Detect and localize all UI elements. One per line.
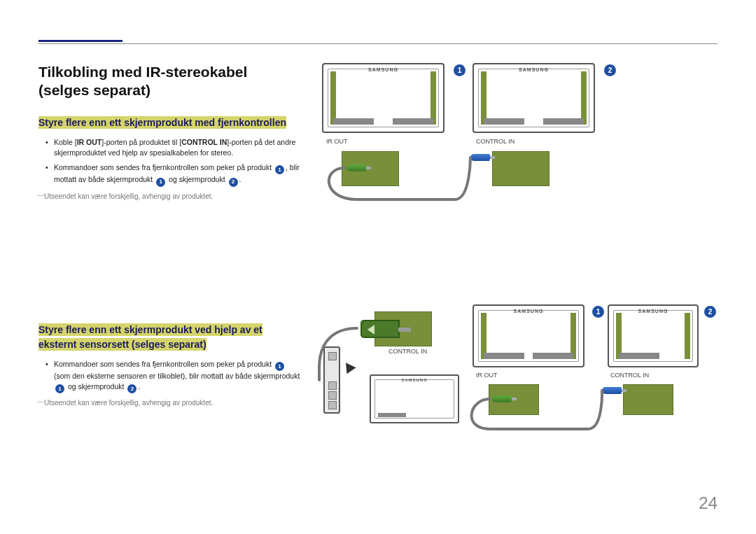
port-strip-icon xyxy=(484,353,524,359)
badge-1-icon: 1 xyxy=(55,384,64,393)
page-title: Tilkobling med IR-stereokabel (selges se… xyxy=(38,63,301,100)
stereo-plug-icon xyxy=(360,320,400,338)
side-strip-icon xyxy=(430,71,436,125)
section1-bullet-1: Koble [IR OUT]-porten på produktet til [… xyxy=(44,137,301,158)
label-control-in: CONTROL IN xyxy=(476,138,514,145)
page-number: 24 xyxy=(699,493,718,513)
label-control-in: CONTROL IN xyxy=(610,372,649,379)
text-column: Tilkobling med IR-stereokabel (selges se… xyxy=(38,63,315,485)
badge-2-icon: 2 xyxy=(604,64,616,76)
side-strip-icon xyxy=(481,71,486,125)
badge-1-icon: 1 xyxy=(275,362,284,371)
section1-bullet-2: Kommandoer som sendes fra fjernkontrolle… xyxy=(44,162,301,187)
badge-1-icon: 1 xyxy=(454,64,465,76)
diagram-1: SAMSUNG 1 SAMSUNG 2 IR OUT CONTROL IN xyxy=(315,63,718,203)
section1-heading: Styre flere enn ett skjermprodukt med fj… xyxy=(38,116,286,129)
port-strip-icon xyxy=(543,118,584,125)
port-strip-icon xyxy=(378,413,406,417)
port-strip-icon xyxy=(619,353,659,359)
connector-panel xyxy=(623,384,673,415)
section2-note: Utseendet kan være forskjellig, avhengig… xyxy=(44,399,301,407)
monitor-2: SAMSUNG xyxy=(472,63,595,133)
jack-green-icon xyxy=(346,164,366,171)
diagram-2: CONTROL IN SAMSUNG SAMSUNG 1 xyxy=(315,304,718,465)
section2: Styre flere enn ett skjermprodukt ved hj… xyxy=(38,323,301,407)
external-sensor xyxy=(323,346,340,414)
brand-label: SAMSUNG xyxy=(514,309,544,314)
port-strip-icon xyxy=(393,118,433,125)
port-strip-icon xyxy=(333,118,374,125)
jack-blue-icon xyxy=(602,387,622,394)
side-strip-icon xyxy=(685,313,690,359)
port-strip-icon xyxy=(533,353,573,359)
section2-heading-wrap: Styre flere enn ett skjermprodukt ved hj… xyxy=(38,323,301,352)
badge-2-icon: 2 xyxy=(127,384,136,393)
page-content: Tilkobling med IR-stereokabel (selges se… xyxy=(38,63,718,485)
section1-heading-wrap: Styre flere enn ett skjermprodukt med fj… xyxy=(38,115,301,130)
brand-label: SAMSUNG xyxy=(638,309,668,314)
label-ir-out: IR OUT xyxy=(476,372,498,379)
monitor-1b: SAMSUNG xyxy=(472,304,584,367)
label-control-in: CONTROL IN xyxy=(388,348,427,355)
monitor-1: SAMSUNG xyxy=(322,63,444,133)
port-strip-icon xyxy=(484,118,524,125)
monitor-2b: SAMSUNG xyxy=(608,304,699,367)
badge-2-icon: 2 xyxy=(229,178,238,187)
header-rule xyxy=(38,43,718,44)
header-accent xyxy=(38,40,122,42)
connector-panel xyxy=(492,151,550,186)
badge-1-icon: 1 xyxy=(592,306,604,318)
badge-1-icon: 1 xyxy=(156,178,165,187)
diagram-column: SAMSUNG 1 SAMSUNG 2 IR OUT CONTROL IN xyxy=(315,63,718,485)
jack-green-icon xyxy=(492,395,512,402)
section2-bullet-1: Kommandoer som sendes fra fjernkontrolle… xyxy=(44,359,301,394)
section1-note: Utseendet kan være forskjellig, avhengig… xyxy=(44,192,301,200)
badge-1-icon: 1 xyxy=(275,165,284,174)
side-strip-icon xyxy=(581,71,587,125)
arrow-icon xyxy=(341,360,356,374)
section2-bullets: Kommandoer som sendes fra fjernkontrolle… xyxy=(44,359,301,394)
monitor-mini: SAMSUNG xyxy=(370,374,459,423)
badge-2-icon: 2 xyxy=(704,306,716,318)
jack-blue-icon xyxy=(470,154,490,161)
section2-heading: Styre flere enn ett skjermprodukt ved hj… xyxy=(38,323,262,351)
brand-label: SAMSUNG xyxy=(368,67,398,72)
brand-label: SAMSUNG xyxy=(401,378,428,382)
side-strip-icon xyxy=(330,71,336,125)
brand-label: SAMSUNG xyxy=(519,67,549,72)
label-ir-out: IR OUT xyxy=(326,138,348,145)
section1-bullets: Koble [IR OUT]-porten på produktet til [… xyxy=(44,137,301,187)
